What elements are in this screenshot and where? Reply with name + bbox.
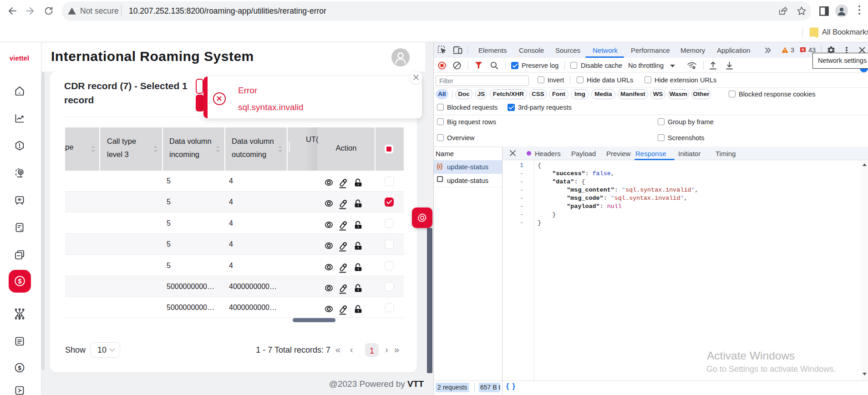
- svg-text:$: $: [18, 365, 21, 371]
- svg-text:$: $: [18, 278, 21, 285]
